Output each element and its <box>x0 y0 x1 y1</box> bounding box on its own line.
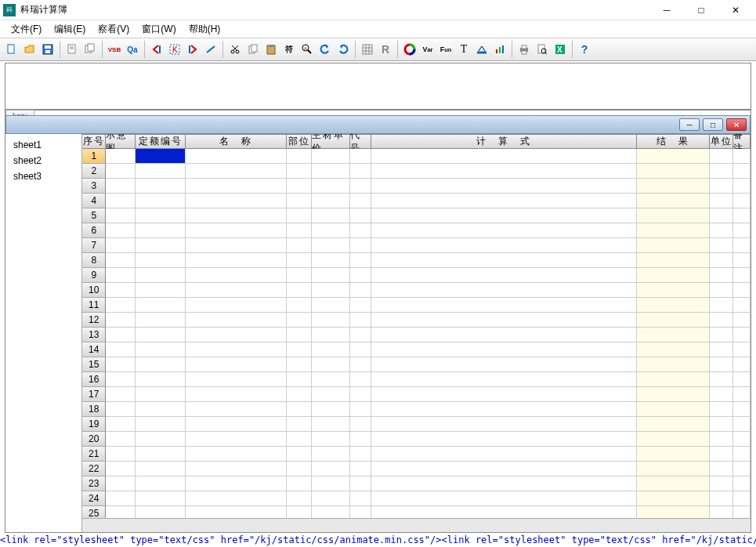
table-row[interactable]: 10 <box>82 283 751 298</box>
cell-unitprice[interactable] <box>312 462 349 476</box>
cell-remark[interactable] <box>733 506 751 518</box>
table-row[interactable]: 8 <box>82 253 751 268</box>
cell-quota[interactable] <box>136 268 186 283</box>
cell-result[interactable] <box>637 313 710 328</box>
cell-formula[interactable] <box>371 402 637 417</box>
cell-formula[interactable] <box>371 387 637 402</box>
cell-unit[interactable] <box>710 491 733 506</box>
close-button[interactable]: ✕ <box>718 2 753 19</box>
row-header[interactable]: 2 <box>82 164 106 179</box>
cell-code[interactable] <box>350 432 371 447</box>
row-header[interactable]: 14 <box>82 342 106 357</box>
row-header[interactable]: 21 <box>82 447 106 462</box>
child-minimize-button[interactable]: ─ <box>679 118 700 131</box>
table-row[interactable]: 21 <box>82 447 751 462</box>
cell-unitprice[interactable] <box>312 194 349 208</box>
row-header[interactable]: 17 <box>82 387 106 402</box>
cell-code[interactable] <box>350 283 371 298</box>
cell-remark[interactable] <box>733 387 751 402</box>
cell-formula[interactable] <box>371 208 637 223</box>
horizontal-scrollbar[interactable] <box>82 518 751 532</box>
cell-part[interactable] <box>287 268 312 283</box>
row-header[interactable]: 15 <box>82 357 106 372</box>
cell-remark[interactable] <box>733 417 751 432</box>
color-icon[interactable] <box>401 41 418 58</box>
col-header-quota[interactable]: 定额编号 <box>136 134 186 148</box>
cell-result[interactable] <box>637 179 710 194</box>
cell-result[interactable] <box>637 342 710 357</box>
cell-unit[interactable] <box>710 179 733 194</box>
cell-code[interactable] <box>350 506 371 518</box>
cell-formula[interactable] <box>371 447 637 462</box>
cell-formula[interactable] <box>371 372 637 387</box>
cell-name[interactable] <box>186 328 287 342</box>
cell-formula[interactable] <box>371 194 637 208</box>
row-header[interactable]: 6 <box>82 223 106 238</box>
cell-quota[interactable] <box>136 462 186 476</box>
cell-formula[interactable] <box>371 491 637 506</box>
cell-formula[interactable] <box>371 506 637 518</box>
cell-code[interactable] <box>350 164 371 179</box>
row-header[interactable]: 3 <box>82 179 106 194</box>
cut-icon[interactable] <box>226 41 244 58</box>
cell-diagram[interactable] <box>106 491 136 506</box>
cell-code[interactable] <box>350 402 371 417</box>
cell-result[interactable] <box>637 462 710 476</box>
cell-quota[interactable] <box>136 342 186 357</box>
cell-remark[interactable] <box>733 268 751 283</box>
cell-unitprice[interactable] <box>312 164 349 179</box>
col-header-diagram[interactable]: 示意图 <box>106 134 136 148</box>
col-header-part[interactable]: 部位 <box>287 134 312 148</box>
cell-part[interactable] <box>287 342 312 357</box>
col-header-unit[interactable]: 单位 <box>710 134 733 148</box>
cell-remark[interactable] <box>733 476 751 491</box>
cell-code[interactable] <box>350 313 371 328</box>
cell-name[interactable] <box>186 179 287 194</box>
cell-name[interactable] <box>186 447 287 462</box>
open-icon[interactable] <box>21 41 38 58</box>
cell-formula[interactable] <box>371 238 637 253</box>
cell-unitprice[interactable] <box>312 238 349 253</box>
cell-formula[interactable] <box>371 417 637 432</box>
cell-code[interactable] <box>350 372 371 387</box>
cell-name[interactable] <box>186 208 287 223</box>
cell-diagram[interactable] <box>106 447 136 462</box>
cell-unitprice[interactable] <box>312 432 349 447</box>
sheet-item-3[interactable]: sheet3 <box>5 168 81 184</box>
col-header-code[interactable]: 代号 <box>350 134 371 148</box>
cell-result[interactable] <box>637 387 710 402</box>
table-row[interactable]: 7 <box>82 238 751 253</box>
cell-result[interactable] <box>637 328 710 342</box>
cell-part[interactable] <box>287 194 312 208</box>
cell-name[interactable] <box>186 223 287 238</box>
cell-result[interactable] <box>637 238 710 253</box>
cell-diagram[interactable] <box>106 462 136 476</box>
cell-diagram[interactable] <box>106 506 136 518</box>
table-row[interactable]: 3 <box>82 179 751 194</box>
cell-part[interactable] <box>287 357 312 372</box>
cell-remark[interactable] <box>733 194 751 208</box>
cell-unit[interactable] <box>710 208 733 223</box>
table-row[interactable]: 6 <box>82 223 751 238</box>
cell-quota[interactable] <box>136 402 186 417</box>
cell-quota[interactable] <box>136 328 186 342</box>
table-row[interactable]: 11 <box>82 298 751 313</box>
cell-unitprice[interactable] <box>312 253 349 268</box>
cell-result[interactable] <box>637 208 710 223</box>
cell-diagram[interactable] <box>106 194 136 208</box>
cell-unitprice[interactable] <box>312 313 349 328</box>
child-close-button[interactable]: ✕ <box>726 118 747 131</box>
cell-unit[interactable] <box>710 223 733 238</box>
cell-part[interactable] <box>287 491 312 506</box>
row-header[interactable]: 24 <box>82 491 106 506</box>
row-header[interactable]: 23 <box>82 476 106 491</box>
cell-unitprice[interactable] <box>312 223 349 238</box>
cell-code[interactable] <box>350 417 371 432</box>
cell-remark[interactable] <box>733 208 751 223</box>
cell-result[interactable] <box>637 283 710 298</box>
cell-unit[interactable] <box>710 313 733 328</box>
cell-part[interactable] <box>287 328 312 342</box>
cell-quota[interactable] <box>136 491 186 506</box>
cell-unitprice[interactable] <box>312 447 349 462</box>
cell-diagram[interactable] <box>106 238 136 253</box>
